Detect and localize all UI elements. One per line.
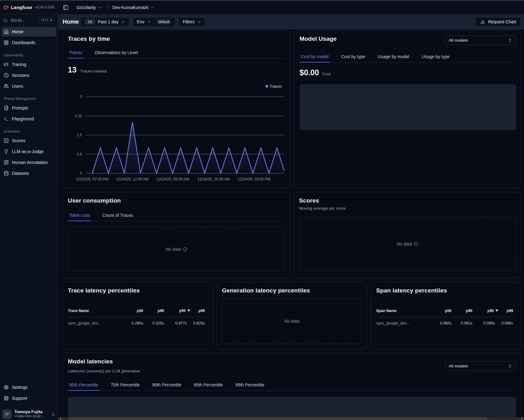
svg-text:0.8: 0.8 (77, 152, 82, 156)
svg-text:Traces: Traces (270, 84, 282, 89)
svg-text:12/24/25, 10:00 AM: 12/24/25, 10:00 AM (197, 177, 230, 181)
svg-text:0: 0 (80, 171, 82, 175)
svg-text:1.5: 1.5 (77, 133, 82, 137)
svg-text:2.25: 2.25 (75, 114, 82, 118)
svg-text:12/23/25, 07:00 PM: 12/23/25, 07:00 PM (76, 177, 109, 181)
svg-text:12/24/25, 05:00 AM: 12/24/25, 05:00 AM (157, 177, 189, 181)
svg-text:12/24/25, 12:00 AM: 12/24/25, 12:00 AM (116, 177, 149, 181)
svg-text:12/24/25, 03:00 PM: 12/24/25, 03:00 PM (238, 177, 271, 181)
svg-text:3: 3 (80, 95, 82, 99)
